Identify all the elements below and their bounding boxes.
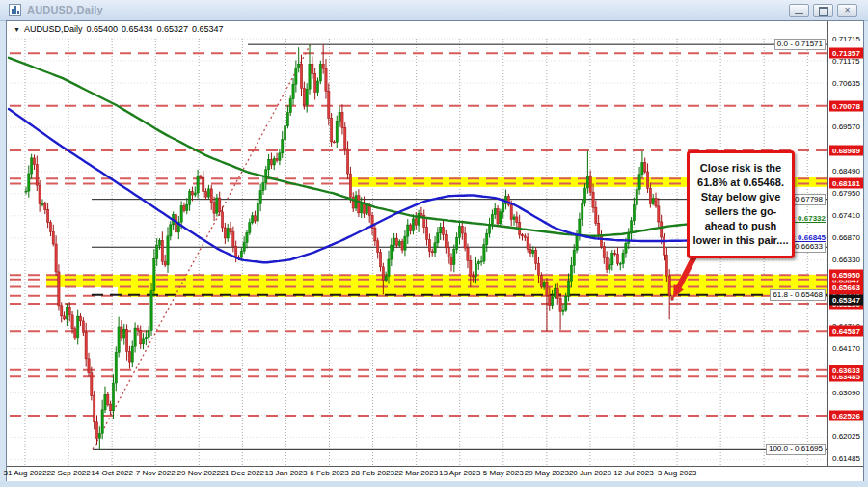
candle [391,238,393,266]
chevron-down-icon[interactable]: ▼ [14,26,20,33]
candle [46,203,48,229]
candle [58,264,60,310]
date-axis-label: 20 Jun 2023 [569,469,611,477]
candle [254,211,256,224]
fibonacci-level-label: 61.8 - 0.65468 [770,289,826,301]
candle [63,311,65,320]
candle [450,253,452,271]
candle [262,176,264,195]
candle [207,185,209,199]
date-axis-label: 13 Jan 2023 [264,469,307,477]
candle [85,323,87,367]
candle [98,426,100,449]
candle [661,215,663,244]
candle [140,326,142,349]
candle [121,320,122,341]
candle [61,302,63,322]
candle [36,156,38,191]
candle [641,151,643,177]
candle [314,68,316,100]
candle [128,346,130,369]
candle [504,190,506,210]
candle [71,311,73,334]
candle [385,272,387,282]
candle [142,333,144,349]
price-axis-tick: 0.62025 [832,432,860,441]
candle [630,217,632,241]
candle [249,218,251,235]
candle [28,165,30,197]
candle [33,154,35,170]
price-axis-tick: 0.67950 [832,189,860,198]
candle [322,44,324,74]
candle [611,250,613,271]
candle [374,223,376,246]
current-price-tag: 0.65347 [829,294,863,305]
candle [527,233,529,253]
candle [259,184,261,212]
price-axis-tick: 0.63090 [832,388,860,396]
candle [409,223,411,234]
candle [39,180,41,212]
date-axis-label: 7 Nov 2022 [136,469,176,477]
candle [88,353,90,376]
candle [188,189,190,211]
candle [488,218,490,238]
candle [652,194,654,205]
price-axis-tick: 0.71715 [832,35,860,43]
candle [346,141,348,179]
price-level-tag: 0.65950 [829,270,863,281]
price-level-tag: 0.62526 [829,410,863,420]
candle [500,209,502,227]
date-axis-label: 29 Nov 2022 [177,469,221,477]
candle [663,233,665,260]
candle [289,95,291,116]
date-axis-label: 22 Mar 2023 [394,469,438,477]
date-axis-label: 6 Feb 2023 [310,469,348,477]
candle [235,241,237,263]
candle [270,152,272,169]
candle [671,296,673,301]
candle [507,194,509,206]
candle [395,233,397,248]
price-level-tag: 0.68989 [829,146,863,156]
candle [658,198,660,229]
price-axis-tick: 0.66870 [832,233,860,242]
candle [94,391,95,429]
candle [595,201,597,226]
price-level-tag: 0.64587 [829,326,863,337]
candle [398,239,400,247]
fibonacci-level-label: 0.0 - 0.71571 [774,39,826,50]
quote-high: 0.65434 [122,24,153,34]
candle [603,242,605,264]
candle [586,150,588,193]
candle [445,230,447,254]
candle [279,149,281,166]
candle [636,185,637,210]
quote-low: 0.65327 [157,24,189,34]
candle [170,221,172,240]
candle [325,59,327,99]
candle [644,158,646,174]
date-axis-label: 29 May 2023 [525,469,569,477]
price-level-tag: 0.70078 [829,100,863,111]
candle [646,163,648,193]
candle [77,310,79,345]
date-axis-label: 5 May 2023 [483,469,524,477]
date-axis-label: 22 Sep 2022 [46,469,90,477]
candle [418,210,420,232]
candle [145,330,147,345]
candle [164,255,166,267]
candle [434,236,436,257]
candle [257,198,258,226]
time-axis-line [7,466,863,467]
candle [339,107,340,127]
candle [292,78,294,105]
date-axis-label: 13 Apr 2023 [439,469,480,477]
price-axis-line [827,21,828,466]
candle [204,188,206,200]
date-axis-label: 3 Aug 2023 [658,469,696,477]
candle [606,251,608,273]
candle [428,233,430,257]
candle [371,212,373,235]
